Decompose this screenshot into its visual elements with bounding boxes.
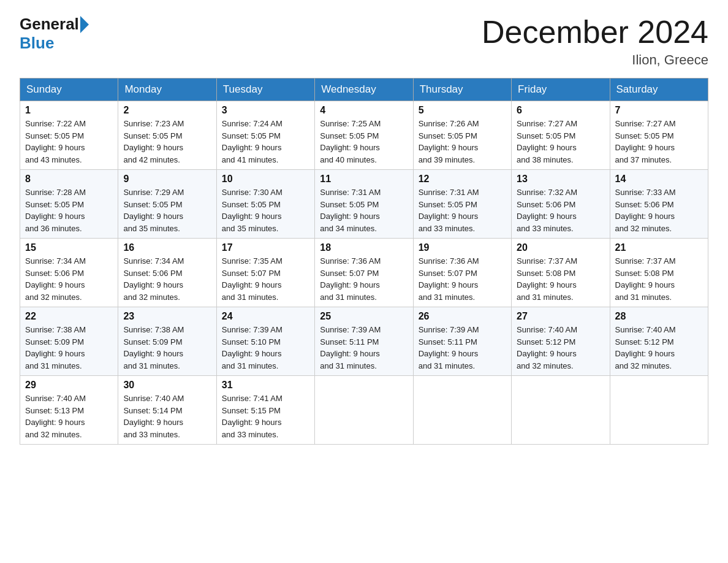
day-number: 23	[123, 311, 211, 322]
col-tuesday: Tuesday	[216, 79, 314, 101]
day-number: 7	[615, 105, 703, 116]
logo: General Blue	[20, 15, 90, 53]
day-number: 1	[25, 105, 113, 116]
day-number: 29	[25, 380, 113, 391]
table-row: 23 Sunrise: 7:38 AM Sunset: 5:09 PM Dayl…	[118, 307, 216, 376]
day-number: 20	[517, 242, 604, 253]
table-row: 13 Sunrise: 7:32 AM Sunset: 5:06 PM Dayl…	[512, 170, 610, 239]
table-row: 21 Sunrise: 7:37 AM Sunset: 5:08 PM Dayl…	[610, 239, 708, 307]
col-friday: Friday	[512, 79, 610, 101]
table-row	[315, 376, 413, 445]
day-detail: Sunrise: 7:36 AM Sunset: 5:07 PM Dayligh…	[320, 255, 408, 303]
day-number: 15	[25, 242, 113, 253]
day-number: 13	[517, 174, 604, 185]
table-row: 1 Sunrise: 7:22 AM Sunset: 5:05 PM Dayli…	[20, 101, 118, 170]
day-number: 2	[123, 105, 211, 116]
day-detail: Sunrise: 7:26 AM Sunset: 5:05 PM Dayligh…	[419, 118, 506, 166]
day-detail: Sunrise: 7:34 AM Sunset: 5:06 PM Dayligh…	[25, 255, 113, 303]
day-number: 30	[123, 380, 211, 391]
table-row: 11 Sunrise: 7:31 AM Sunset: 5:05 PM Dayl…	[315, 170, 413, 239]
title-block: December 2024 Ilion, Greece	[482, 15, 708, 68]
location: Ilion, Greece	[482, 52, 708, 68]
calendar-table: Sunday Monday Tuesday Wednesday Thursday…	[20, 78, 708, 445]
calendar-week-row: 22 Sunrise: 7:38 AM Sunset: 5:09 PM Dayl…	[20, 307, 708, 376]
day-detail: Sunrise: 7:39 AM Sunset: 5:11 PM Dayligh…	[419, 324, 506, 372]
table-row: 31 Sunrise: 7:41 AM Sunset: 5:15 PM Dayl…	[216, 376, 314, 445]
day-number: 8	[25, 174, 113, 185]
table-row: 17 Sunrise: 7:35 AM Sunset: 5:07 PM Dayl…	[216, 239, 314, 307]
table-row: 4 Sunrise: 7:25 AM Sunset: 5:05 PM Dayli…	[315, 101, 413, 170]
day-detail: Sunrise: 7:27 AM Sunset: 5:05 PM Dayligh…	[615, 118, 703, 166]
day-detail: Sunrise: 7:32 AM Sunset: 5:06 PM Dayligh…	[517, 186, 604, 234]
calendar-header-row: Sunday Monday Tuesday Wednesday Thursday…	[20, 79, 708, 101]
table-row: 26 Sunrise: 7:39 AM Sunset: 5:11 PM Dayl…	[413, 307, 511, 376]
day-detail: Sunrise: 7:38 AM Sunset: 5:09 PM Dayligh…	[123, 324, 211, 372]
table-row: 25 Sunrise: 7:39 AM Sunset: 5:11 PM Dayl…	[315, 307, 413, 376]
day-number: 11	[320, 174, 408, 185]
col-thursday: Thursday	[413, 79, 511, 101]
day-number: 21	[615, 242, 703, 253]
day-detail: Sunrise: 7:39 AM Sunset: 5:11 PM Dayligh…	[320, 324, 408, 372]
table-row: 6 Sunrise: 7:27 AM Sunset: 5:05 PM Dayli…	[512, 101, 610, 170]
table-row: 22 Sunrise: 7:38 AM Sunset: 5:09 PM Dayl…	[20, 307, 118, 376]
table-row: 7 Sunrise: 7:27 AM Sunset: 5:05 PM Dayli…	[610, 101, 708, 170]
table-row: 19 Sunrise: 7:36 AM Sunset: 5:07 PM Dayl…	[413, 239, 511, 307]
calendar-week-row: 8 Sunrise: 7:28 AM Sunset: 5:05 PM Dayli…	[20, 170, 708, 239]
day-detail: Sunrise: 7:22 AM Sunset: 5:05 PM Dayligh…	[25, 118, 113, 166]
table-row: 16 Sunrise: 7:34 AM Sunset: 5:06 PM Dayl…	[118, 239, 216, 307]
table-row: 9 Sunrise: 7:29 AM Sunset: 5:05 PM Dayli…	[118, 170, 216, 239]
table-row: 30 Sunrise: 7:40 AM Sunset: 5:14 PM Dayl…	[118, 376, 216, 445]
page-header: General Blue December 2024 Ilion, Greece	[20, 15, 708, 68]
day-number: 5	[419, 105, 506, 116]
table-row: 29 Sunrise: 7:40 AM Sunset: 5:13 PM Dayl…	[20, 376, 118, 445]
day-detail: Sunrise: 7:40 AM Sunset: 5:14 PM Dayligh…	[123, 393, 211, 440]
col-monday: Monday	[118, 79, 216, 101]
table-row: 12 Sunrise: 7:31 AM Sunset: 5:05 PM Dayl…	[413, 170, 511, 239]
day-detail: Sunrise: 7:30 AM Sunset: 5:05 PM Dayligh…	[222, 186, 309, 234]
day-number: 17	[222, 242, 309, 253]
table-row: 5 Sunrise: 7:26 AM Sunset: 5:05 PM Dayli…	[413, 101, 511, 170]
day-number: 12	[419, 174, 506, 185]
day-detail: Sunrise: 7:37 AM Sunset: 5:08 PM Dayligh…	[517, 255, 604, 303]
table-row: 18 Sunrise: 7:36 AM Sunset: 5:07 PM Dayl…	[315, 239, 413, 307]
day-number: 31	[222, 380, 309, 391]
day-detail: Sunrise: 7:35 AM Sunset: 5:07 PM Dayligh…	[222, 255, 309, 303]
day-number: 6	[517, 105, 604, 116]
table-row: 3 Sunrise: 7:24 AM Sunset: 5:05 PM Dayli…	[216, 101, 314, 170]
day-number: 22	[25, 311, 113, 322]
day-detail: Sunrise: 7:38 AM Sunset: 5:09 PM Dayligh…	[25, 324, 113, 372]
calendar-week-row: 15 Sunrise: 7:34 AM Sunset: 5:06 PM Dayl…	[20, 239, 708, 307]
table-row: 27 Sunrise: 7:40 AM Sunset: 5:12 PM Dayl…	[512, 307, 610, 376]
table-row: 28 Sunrise: 7:40 AM Sunset: 5:12 PM Dayl…	[610, 307, 708, 376]
logo-blue-text: Blue	[20, 34, 54, 52]
table-row: 8 Sunrise: 7:28 AM Sunset: 5:05 PM Dayli…	[20, 170, 118, 239]
calendar-week-row: 29 Sunrise: 7:40 AM Sunset: 5:13 PM Dayl…	[20, 376, 708, 445]
day-number: 24	[222, 311, 309, 322]
table-row: 24 Sunrise: 7:39 AM Sunset: 5:10 PM Dayl…	[216, 307, 314, 376]
table-row: 10 Sunrise: 7:30 AM Sunset: 5:05 PM Dayl…	[216, 170, 314, 239]
table-row	[610, 376, 708, 445]
day-number: 4	[320, 105, 408, 116]
day-detail: Sunrise: 7:24 AM Sunset: 5:05 PM Dayligh…	[222, 118, 309, 166]
day-number: 19	[419, 242, 506, 253]
logo-arrow-icon	[80, 16, 89, 33]
table-row: 2 Sunrise: 7:23 AM Sunset: 5:05 PM Dayli…	[118, 101, 216, 170]
month-title: December 2024	[482, 15, 708, 50]
day-detail: Sunrise: 7:29 AM Sunset: 5:05 PM Dayligh…	[123, 186, 211, 234]
table-row	[512, 376, 610, 445]
day-detail: Sunrise: 7:37 AM Sunset: 5:08 PM Dayligh…	[615, 255, 703, 303]
day-detail: Sunrise: 7:27 AM Sunset: 5:05 PM Dayligh…	[517, 118, 604, 166]
day-number: 16	[123, 242, 211, 253]
day-detail: Sunrise: 7:41 AM Sunset: 5:15 PM Dayligh…	[222, 393, 309, 440]
day-number: 18	[320, 242, 408, 253]
day-detail: Sunrise: 7:31 AM Sunset: 5:05 PM Dayligh…	[419, 186, 506, 234]
day-number: 9	[123, 174, 211, 185]
day-detail: Sunrise: 7:33 AM Sunset: 5:06 PM Dayligh…	[615, 186, 703, 234]
day-number: 14	[615, 174, 703, 185]
logo-general-text: General	[20, 15, 79, 34]
day-number: 26	[419, 311, 506, 322]
day-detail: Sunrise: 7:40 AM Sunset: 5:12 PM Dayligh…	[517, 324, 604, 372]
col-sunday: Sunday	[20, 79, 118, 101]
table-row: 20 Sunrise: 7:37 AM Sunset: 5:08 PM Dayl…	[512, 239, 610, 307]
day-number: 10	[222, 174, 309, 185]
